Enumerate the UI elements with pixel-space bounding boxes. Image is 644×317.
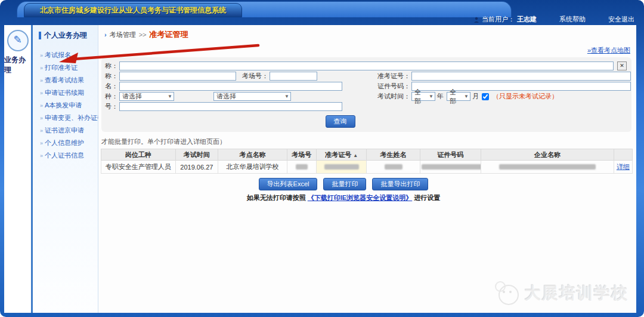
col-job-type[interactable]: 岗位工种 xyxy=(101,149,176,161)
id-number-label: 证件号码： xyxy=(373,82,410,91)
current-user-group: 当前用户： 王志建 xyxy=(473,15,537,24)
cell-exam-room-redacted xyxy=(287,161,316,174)
sidebar-item-personal-certs[interactable]: »个人证书信息 xyxy=(40,149,98,162)
tip-suffix: 进行设置 xyxy=(414,194,440,201)
export-excel-button[interactable]: 导出列表Excel xyxy=(259,178,318,190)
select-value: 请选择 xyxy=(216,92,236,101)
user-bar: 当前用户： 王志建 系统帮助 安全退出 xyxy=(473,15,634,24)
sidebar-item-a-book-apply[interactable]: »A本换发申请 xyxy=(40,99,98,112)
system-help-link[interactable]: 系统帮助 xyxy=(559,15,586,24)
ticket-no-label: 准考证号： xyxy=(373,72,410,81)
sidebar-header-label: 个人业务办理 xyxy=(44,30,87,41)
page-title: 准考证管理 xyxy=(150,29,188,40)
business-pencil-icon[interactable]: ✎ xyxy=(7,30,29,51)
sidebar-item-print-ticket[interactable]: »打印准考证 xyxy=(40,61,98,74)
query-button[interactable]: 查询 xyxy=(326,115,355,128)
sidebar-item-cert-renewal[interactable]: »申请证书续期 xyxy=(40,87,98,99)
sidebar-menu: »考试报名 »打印准考证 »查看考试结果 »申请证书续期 »A本换发申请 »申请… xyxy=(33,49,98,162)
admission-ticket-table: 岗位工种 考试时间 考点名称 考场号 准考证号 ▲ 考生姓名 证件号码 企业名称… xyxy=(101,149,633,174)
form-row-3: 名： 证件号码： xyxy=(104,81,627,91)
not-taken-checkbox[interactable] xyxy=(482,93,489,100)
name-input-wide[interactable] xyxy=(119,61,614,70)
exam-time-label: 考试时间： xyxy=(373,92,410,101)
breadcrumb-arrow-icon: › xyxy=(104,31,107,38)
sidebar-item-label: 个人证书信息 xyxy=(45,152,84,159)
number-input[interactable] xyxy=(119,102,342,111)
chevrons-icon: » xyxy=(40,65,43,71)
chevrons-icon: » xyxy=(40,115,43,121)
watermark-text: 大展培训学校 xyxy=(525,282,628,304)
col-exam-site[interactable]: 考点名称 xyxy=(218,149,287,161)
field-label: 种： xyxy=(104,92,118,101)
col-label: 准考证号 xyxy=(325,151,351,158)
ticket-no-input[interactable] xyxy=(411,72,631,81)
select-value: 全部 xyxy=(414,88,425,106)
site-name-input[interactable] xyxy=(119,82,342,91)
school-logo-icon xyxy=(495,281,520,305)
month-select[interactable]: 全部▼ xyxy=(447,92,470,101)
main-content: › 考场管理 >> 准考证管理 »查看考点地图 称： ✕ 称： 考 xyxy=(98,25,636,313)
sidebar-item-label: 打印准考证 xyxy=(45,64,78,71)
select-value: 全部 xyxy=(450,88,460,106)
breadcrumb-parent[interactable]: 考场管理 xyxy=(110,30,136,39)
col-candidate-name[interactable]: 考生姓名 xyxy=(367,149,420,161)
chevron-down-icon: ▼ xyxy=(464,94,469,99)
col-ticket-no[interactable]: 准考证号 ▲ xyxy=(316,149,367,161)
table-header-row: 岗位工种 考试时间 考点名称 考场号 准考证号 ▲ 考生姓名 证件号码 企业名称 xyxy=(101,149,633,161)
chevrons-icon: » xyxy=(40,90,43,96)
table-row[interactable]: 专职安全生产管理人员 2019.06.27 北京华晟培训学校 详细 xyxy=(101,161,633,174)
exam-room-input[interactable] xyxy=(270,72,317,81)
breadcrumb-separator: >> xyxy=(139,31,147,38)
job-type-select[interactable]: 请选择▼ xyxy=(119,92,174,101)
chevrons-icon: » xyxy=(40,103,43,109)
col-exam-date[interactable]: 考试时间 xyxy=(175,149,218,161)
chevrons-icon: » xyxy=(40,78,43,84)
sub-type-select[interactable]: 请选择▼ xyxy=(213,92,291,101)
breadcrumb: › 考场管理 >> 准考证管理 xyxy=(98,25,636,41)
form-row-4: 种： 请选择▼ 请选择▼ 考试时间： 全部▼ 年 全部▼ 月 （只显示未考试记录… xyxy=(104,91,627,101)
not-taken-note: （只显示未考试记录） xyxy=(493,92,558,101)
accent-bar-icon xyxy=(39,32,41,39)
left-rail: ✎ 业务办理 xyxy=(4,25,33,313)
close-icon[interactable]: ✕ xyxy=(617,61,627,70)
field-label: 名： xyxy=(104,82,118,91)
page-body: ✎ 业务办理 个人业务办理 »考试报名 »打印准考证 »查看考试结果 »申请证书… xyxy=(4,25,636,313)
current-user-name: 王志建 xyxy=(517,15,537,24)
chevrons-icon: » xyxy=(40,53,43,59)
chevrons-icon: » xyxy=(40,140,43,146)
cell-ticket-no-redacted xyxy=(316,161,367,174)
cell-job-type: 专职安全生产管理人员 xyxy=(101,161,176,174)
field-label: 称： xyxy=(104,72,118,81)
col-id-number[interactable]: 证件号码 xyxy=(420,149,481,161)
detail-link[interactable]: 详细 xyxy=(617,163,630,170)
name-input[interactable] xyxy=(119,72,236,81)
chevron-down-icon: ▼ xyxy=(168,94,172,99)
sidebar-item-exam-signup[interactable]: »考试报名 xyxy=(40,49,98,61)
sidebar-item-label: 考试报名 xyxy=(45,51,71,59)
watermark: 大展培训学校 xyxy=(495,281,628,305)
year-select[interactable]: 全部▼ xyxy=(411,92,435,101)
chevron-down-icon: ▼ xyxy=(284,94,289,99)
sidebar-header: 个人业务办理 xyxy=(33,25,98,47)
view-exam-site-map-link[interactable]: »查看考点地图 xyxy=(587,47,630,54)
logout-link[interactable]: 安全退出 xyxy=(608,15,634,24)
maplink-row: »查看考点地图 xyxy=(98,41,636,55)
form-row-5: 号： xyxy=(104,101,627,112)
sidebar-item-exam-results[interactable]: »查看考试结果 xyxy=(40,74,98,87)
id-number-input[interactable] xyxy=(411,82,631,91)
browser-settings-help-link[interactable]: 《下载打印IE浏览器安全设置说明》 xyxy=(308,194,412,201)
field-label: 号： xyxy=(104,102,118,111)
cell-detail: 详细 xyxy=(614,161,632,174)
batch-print-button[interactable]: 批量打印 xyxy=(323,178,366,190)
col-company-name[interactable]: 企业名称 xyxy=(481,149,614,161)
tip-prefix: 如果无法打印请按照 xyxy=(247,194,306,201)
current-user-label: 当前用户： xyxy=(482,15,515,24)
sidebar-item-label: A本换发申请 xyxy=(45,101,82,109)
col-exam-room[interactable]: 考场号 xyxy=(287,149,316,161)
batch-export-print-button[interactable]: 批量导出打印 xyxy=(372,178,428,190)
sidebar-item-personal-info[interactable]: »个人信息维护 xyxy=(40,137,98,149)
cell-exam-date: 2019.06.27 xyxy=(175,161,218,174)
chevrons-icon: » xyxy=(40,128,43,134)
chevrons-icon: » xyxy=(40,153,43,159)
form-row-1: 称： ✕ xyxy=(104,61,627,71)
